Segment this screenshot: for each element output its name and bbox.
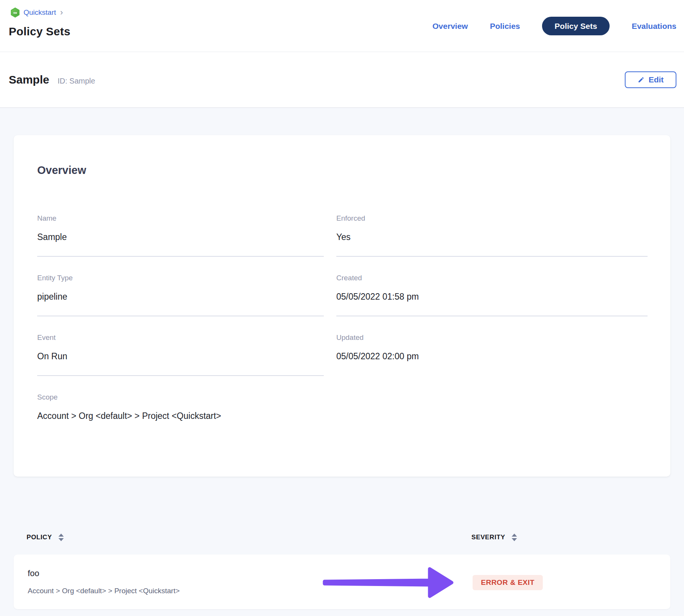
field-label: Event xyxy=(37,333,324,342)
svg-text:∞: ∞ xyxy=(13,9,17,16)
edit-button-label: Edit xyxy=(649,75,664,84)
project-icon: ∞ xyxy=(10,7,20,18)
tab-policy-sets[interactable]: Policy Sets xyxy=(542,17,610,35)
field-name: Name Sample xyxy=(37,214,324,242)
divider xyxy=(37,256,324,257)
field-scope: Scope Account > Org <default> > Project … xyxy=(37,393,324,421)
breadcrumb: ∞ Quickstart › xyxy=(10,7,63,18)
sort-icon xyxy=(512,534,517,541)
field-event: Event On Run xyxy=(37,333,324,362)
entity-name: Sample xyxy=(9,73,49,86)
field-value: Yes xyxy=(336,232,648,242)
field-label: Entity Type xyxy=(37,273,324,282)
field-enforced: Enforced Yes xyxy=(336,214,648,242)
column-header-label: POLICY xyxy=(27,534,52,541)
tab-overview[interactable]: Overview xyxy=(432,22,468,31)
divider xyxy=(37,316,324,316)
field-label: Created xyxy=(336,273,648,282)
column-header-label: SEVERITY xyxy=(471,534,505,541)
divider xyxy=(37,375,324,376)
divider xyxy=(336,316,648,316)
page-title: Policy Sets xyxy=(9,23,70,40)
field-value: Account > Org <default> > Project <Quick… xyxy=(37,411,324,421)
tab-policies[interactable]: Policies xyxy=(490,22,520,31)
column-header-policy[interactable]: POLICY xyxy=(27,531,64,544)
entity-id: ID: Sample xyxy=(58,77,95,85)
field-value: 05/05/2022 02:00 pm xyxy=(336,351,648,362)
field-label: Scope xyxy=(37,393,324,401)
tab-evaluations[interactable]: Evaluations xyxy=(632,22,676,31)
severity-badge: ERROR & EXIT xyxy=(473,575,543,590)
entity-toolbar: Sample ID: Sample Edit xyxy=(0,52,684,108)
pencil-icon xyxy=(638,76,645,83)
sort-icon xyxy=(58,534,64,541)
field-label: Updated xyxy=(336,333,648,342)
policy-name: foo xyxy=(28,568,180,579)
field-entity-type: Entity Type pipeline xyxy=(37,273,324,302)
divider xyxy=(336,256,648,257)
field-value: Sample xyxy=(37,232,324,242)
edit-button[interactable]: Edit xyxy=(625,71,676,88)
chevron-right-icon: › xyxy=(60,8,63,17)
field-value: 05/05/2022 01:58 pm xyxy=(336,291,648,302)
breadcrumb-project-link[interactable]: Quickstart xyxy=(24,8,56,17)
table-row[interactable]: foo Account > Org <default> > Project <Q… xyxy=(14,554,670,609)
field-label: Name xyxy=(37,214,324,223)
table-header: POLICY SEVERITY xyxy=(14,531,670,544)
policy-scope: Account > Org <default> > Project <Quick… xyxy=(28,586,180,596)
column-header-severity[interactable]: SEVERITY xyxy=(471,531,517,544)
app-header: ∞ Quickstart › Policy Sets Overview Poli… xyxy=(0,0,684,52)
overview-heading: Overview xyxy=(37,164,648,177)
field-updated: Updated 05/05/2022 02:00 pm xyxy=(336,333,648,362)
field-created: Created 05/05/2022 01:58 pm xyxy=(336,273,648,302)
field-value: pipeline xyxy=(37,291,324,302)
policy-cell: foo Account > Org <default> > Project <Q… xyxy=(28,568,180,596)
policy-table: POLICY SEVERITY foo Account > Org <defau… xyxy=(14,531,670,609)
entity-title: Sample ID: Sample xyxy=(9,73,95,86)
overview-fields: Name Sample Entity Type pipeline Event O… xyxy=(37,214,648,435)
top-nav: Overview Policies Policy Sets Evaluation… xyxy=(432,17,676,35)
page-body: Overview Name Sample Entity Type pipelin… xyxy=(0,108,684,616)
annotation-arrow-icon xyxy=(321,564,456,600)
overview-card: Overview Name Sample Entity Type pipelin… xyxy=(14,135,670,477)
field-label: Enforced xyxy=(336,214,648,223)
field-value: On Run xyxy=(37,351,324,362)
